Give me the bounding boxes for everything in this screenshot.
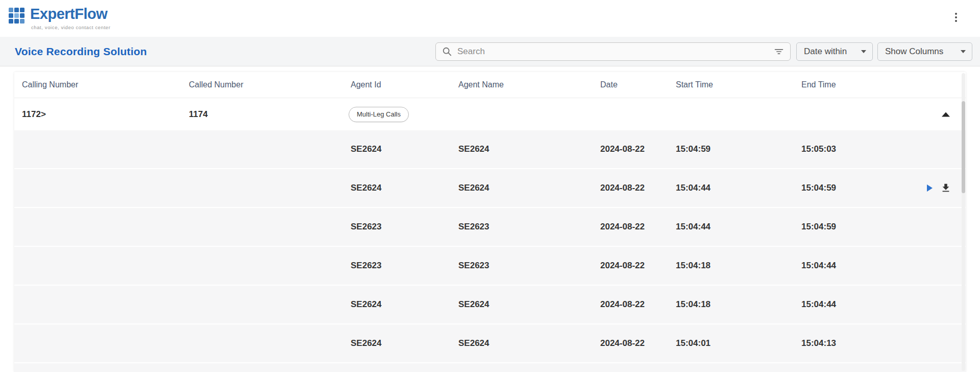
logo-tagline: chat, voice, video contact center	[31, 25, 111, 30]
column-header-date[interactable]: Date	[600, 80, 618, 89]
multi-leg-calls-badge: Multi-Leg Calls	[349, 107, 409, 122]
cell-date: 2024-08-22	[600, 261, 645, 271]
cell-agent-id: SE2624	[351, 144, 382, 154]
table-row[interactable]: SE2624 SE2624 2024-08-22 15:04:18 15:04:…	[14, 286, 966, 323]
cell-end-time: 15:04:13	[801, 338, 836, 348]
expertflow-logo-icon	[8, 7, 26, 25]
cell-date: 2024-08-22	[600, 183, 645, 193]
cell-agent-id: SE2623	[351, 261, 382, 271]
table-row-partial	[14, 363, 966, 372]
cell-end-time: 15:05:03	[801, 144, 836, 154]
play-icon[interactable]	[923, 182, 935, 194]
date-within-label: Date within	[804, 46, 847, 57]
cell-start-time: 15:04:44	[676, 183, 710, 193]
cell-end-time: 15:04:44	[801, 261, 836, 271]
toolbar: Voice Recording Solution Date within Sho…	[0, 37, 980, 66]
cell-agent-name: SE2624	[458, 299, 489, 310]
show-columns-dropdown[interactable]: Show Columns	[877, 42, 972, 61]
column-header-called-number[interactable]: Called Number	[189, 80, 243, 89]
cell-agent-id: SE2624	[351, 338, 382, 348]
table-row[interactable]: SE2624 SE2624 2024-08-22 15:04:59 15:05:…	[14, 130, 966, 168]
search-box[interactable]	[435, 42, 791, 61]
filter-icon[interactable]	[774, 46, 784, 57]
table-row[interactable]: SE2624 SE2624 2024-08-22 15:04:44 15:04:…	[14, 169, 966, 207]
voice-recording-app: ExpertFlow chat, voice, video contact ce…	[0, 0, 980, 372]
cell-start-time: 15:04:59	[676, 144, 710, 154]
cell-start-time: 15:04:44	[676, 222, 710, 232]
cell-end-time: 15:04:59	[801, 222, 836, 232]
column-header-start-time[interactable]: Start Time	[676, 80, 713, 89]
cell-start-time: 15:04:18	[676, 261, 710, 271]
scrollbar-thumb[interactable]	[962, 101, 965, 193]
cell-agent-id: SE2624	[351, 299, 382, 310]
table-scrollbar[interactable]	[962, 73, 965, 371]
logo-text: ExpertFlow	[30, 6, 107, 22]
cell-date: 2024-08-22	[600, 338, 645, 348]
cell-start-time: 15:04:18	[676, 299, 710, 310]
call-group-row[interactable]: 1172> 1174 Multi-Leg Calls	[14, 98, 966, 130]
column-header-calling-number[interactable]: Calling Number	[22, 80, 78, 89]
cell-date: 2024-08-22	[600, 222, 645, 232]
cell-agent-name: SE2623	[458, 261, 489, 271]
column-header-agent-name[interactable]: Agent Name	[458, 80, 504, 89]
cell-agent-name: SE2624	[458, 183, 489, 193]
download-icon[interactable]	[940, 182, 951, 194]
cell-agent-name: SE2624	[458, 338, 489, 348]
cell-end-time: 15:04:44	[801, 299, 836, 310]
cell-agent-id: SE2623	[351, 222, 382, 232]
kebab-menu-icon[interactable]	[951, 10, 961, 25]
cell-agent-name: SE2623	[458, 222, 489, 232]
table-row[interactable]: SE2623 SE2623 2024-08-22 15:04:18 15:04:…	[14, 247, 966, 285]
search-input[interactable]	[457, 46, 774, 57]
column-header-end-time[interactable]: End Time	[801, 80, 836, 89]
show-columns-label: Show Columns	[885, 46, 943, 57]
group-calling-number: 1172>	[22, 109, 46, 120]
cell-agent-name: SE2624	[458, 144, 489, 154]
table-row[interactable]: SE2623 SE2623 2024-08-22 15:04:44 15:04:…	[14, 208, 966, 246]
search-icon	[442, 46, 452, 57]
table-row[interactable]: SE2624 SE2624 2024-08-22 15:04:01 15:04:…	[14, 324, 966, 362]
cell-start-time: 15:04:01	[676, 338, 710, 348]
chevron-down-icon	[861, 50, 866, 53]
chevron-down-icon	[961, 50, 966, 53]
cell-agent-id: SE2624	[351, 183, 382, 193]
row-actions	[923, 182, 951, 194]
expertflow-logo: ExpertFlow chat, voice, video contact ce…	[8, 6, 140, 32]
date-within-dropdown[interactable]: Date within	[796, 42, 873, 61]
top-bar: ExpertFlow chat, voice, video contact ce…	[0, 0, 980, 37]
cell-date: 2024-08-22	[600, 144, 645, 154]
table-header-row: Calling Number Called Number Agent Id Ag…	[14, 72, 966, 98]
column-header-agent-id[interactable]: Agent Id	[351, 80, 381, 89]
group-called-number: 1174	[189, 109, 208, 120]
collapse-arrow-icon[interactable]	[942, 112, 950, 117]
cell-end-time: 15:04:59	[801, 183, 836, 193]
page-title: Voice Recording Solution	[15, 37, 147, 66]
cell-date: 2024-08-22	[600, 299, 645, 310]
recordings-table: Calling Number Called Number Agent Id Ag…	[14, 72, 966, 372]
